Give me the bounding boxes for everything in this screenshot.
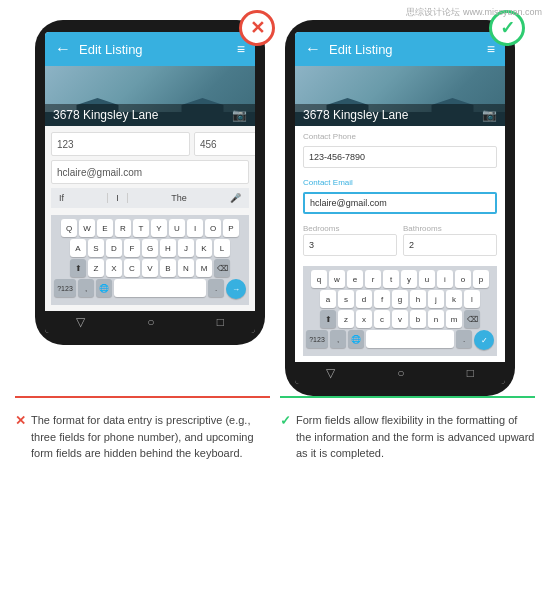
gkey-f[interactable]: f: [374, 290, 390, 308]
gkey-o[interactable]: o: [455, 270, 471, 288]
key-f[interactable]: F: [124, 239, 140, 257]
back-arrow-icon[interactable]: ←: [55, 40, 71, 58]
key-shift[interactable]: ⬆: [70, 259, 86, 277]
key-num[interactable]: ?123: [54, 279, 76, 297]
bedrooms-field[interactable]: [303, 234, 397, 256]
contact-phone-field[interactable]: [303, 146, 497, 168]
key-enter[interactable]: →: [226, 279, 246, 299]
good-nav-back[interactable]: ▽: [326, 366, 335, 380]
gkey-num[interactable]: ?123: [306, 330, 328, 348]
suggestion-2[interactable]: I: [107, 193, 128, 203]
suggestion-3[interactable]: The: [171, 193, 187, 203]
bad-address: 3678 Kingsley Lane: [45, 104, 255, 126]
bad-icon: ✕: [15, 413, 26, 428]
gkey-backspace[interactable]: ⌫: [464, 310, 480, 328]
key-v[interactable]: V: [142, 259, 158, 277]
gkey-w[interactable]: w: [329, 270, 345, 288]
key-r[interactable]: R: [115, 219, 131, 237]
gkey-s[interactable]: s: [338, 290, 354, 308]
key-globe[interactable]: 🌐: [96, 279, 112, 297]
key-o[interactable]: O: [205, 219, 221, 237]
gkey-comma[interactable]: ,: [330, 330, 346, 348]
key-a[interactable]: A: [70, 239, 86, 257]
good-keyboard-row-4: ?123 , 🌐 . ✓: [306, 330, 494, 350]
nav-recents[interactable]: □: [217, 315, 224, 329]
gkey-h[interactable]: h: [410, 290, 426, 308]
key-space[interactable]: [114, 279, 206, 297]
key-s[interactable]: S: [88, 239, 104, 257]
good-menu-icon[interactable]: ≡: [487, 41, 495, 57]
gkey-globe[interactable]: 🌐: [348, 330, 364, 348]
good-phone-form: Contact Phone Contact Email Bedrooms Bat…: [295, 126, 505, 362]
camera-icon[interactable]: 📷: [232, 108, 247, 122]
gkey-z[interactable]: z: [338, 310, 354, 328]
gkey-u[interactable]: u: [419, 270, 435, 288]
key-y[interactable]: Y: [151, 219, 167, 237]
key-l[interactable]: L: [214, 239, 230, 257]
gkey-m[interactable]: m: [446, 310, 462, 328]
gkey-space[interactable]: [366, 330, 454, 348]
gkey-j[interactable]: j: [428, 290, 444, 308]
keyboard-row-3: ⬆ Z X C V B N M ⌫: [54, 259, 246, 277]
gkey-a[interactable]: a: [320, 290, 336, 308]
key-p[interactable]: P: [223, 219, 239, 237]
key-period[interactable]: .: [208, 279, 224, 297]
gkey-l[interactable]: l: [464, 290, 480, 308]
bad-email-field[interactable]: [51, 160, 249, 184]
gkey-c[interactable]: c: [374, 310, 390, 328]
gkey-k[interactable]: k: [446, 290, 462, 308]
gkey-g[interactable]: g: [392, 290, 408, 308]
key-q[interactable]: Q: [61, 219, 77, 237]
gkey-p[interactable]: p: [473, 270, 489, 288]
key-u[interactable]: U: [169, 219, 185, 237]
good-nav-home[interactable]: ○: [397, 366, 404, 380]
key-h[interactable]: H: [160, 239, 176, 257]
phone-field-2[interactable]: [194, 132, 255, 156]
key-b[interactable]: B: [160, 259, 176, 277]
key-backspace[interactable]: ⌫: [214, 259, 230, 277]
key-g[interactable]: G: [142, 239, 158, 257]
nav-back[interactable]: ▽: [76, 315, 85, 329]
gkey-t[interactable]: t: [383, 270, 399, 288]
gkey-x[interactable]: x: [356, 310, 372, 328]
bad-phone-form: If I The 🎤 Q W E R T Y: [45, 126, 255, 311]
key-i[interactable]: I: [187, 219, 203, 237]
mic-icon[interactable]: 🎤: [230, 193, 241, 203]
suggestion-1[interactable]: If: [59, 193, 64, 203]
gkey-period[interactable]: .: [456, 330, 472, 348]
gkey-r[interactable]: r: [365, 270, 381, 288]
bathrooms-field[interactable]: [403, 234, 497, 256]
gkey-d[interactable]: d: [356, 290, 372, 308]
contact-email-field[interactable]: [303, 192, 497, 214]
key-k[interactable]: K: [196, 239, 212, 257]
key-e[interactable]: E: [97, 219, 113, 237]
phone-field-1[interactable]: [51, 132, 190, 156]
key-t[interactable]: T: [133, 219, 149, 237]
good-camera-icon[interactable]: 📷: [482, 108, 497, 122]
good-nav-recents[interactable]: □: [467, 366, 474, 380]
key-c[interactable]: C: [124, 259, 140, 277]
gkey-b[interactable]: b: [410, 310, 426, 328]
keyboard-row-2: A S D F G H J K L: [54, 239, 246, 257]
gkey-v[interactable]: v: [392, 310, 408, 328]
gkey-e[interactable]: e: [347, 270, 363, 288]
gkey-shift[interactable]: ⬆: [320, 310, 336, 328]
gkey-y[interactable]: y: [401, 270, 417, 288]
bedrooms-label: Bedrooms: [303, 224, 397, 233]
keyboard-row-1: Q W E R T Y U I O P: [54, 219, 246, 237]
key-m[interactable]: M: [196, 259, 212, 277]
key-j[interactable]: J: [178, 239, 194, 257]
key-d[interactable]: D: [106, 239, 122, 257]
key-x[interactable]: X: [106, 259, 122, 277]
key-n[interactable]: N: [178, 259, 194, 277]
gkey-q[interactable]: q: [311, 270, 327, 288]
gkey-enter[interactable]: ✓: [474, 330, 494, 350]
menu-icon[interactable]: ≡: [237, 41, 245, 57]
gkey-i[interactable]: i: [437, 270, 453, 288]
good-back-arrow-icon[interactable]: ←: [305, 40, 321, 58]
key-z[interactable]: Z: [88, 259, 104, 277]
nav-home[interactable]: ○: [147, 315, 154, 329]
key-w[interactable]: W: [79, 219, 95, 237]
gkey-n[interactable]: n: [428, 310, 444, 328]
key-comma[interactable]: ,: [78, 279, 94, 297]
